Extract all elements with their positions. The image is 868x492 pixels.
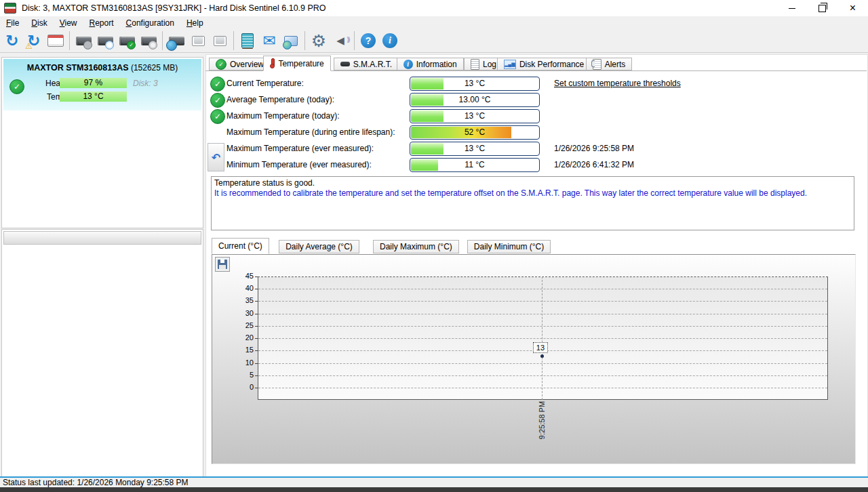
temperature-bar-value: 52 °C (410, 127, 539, 137)
toolbar-separator (354, 31, 355, 50)
tab-label: Temperature (278, 59, 323, 68)
menu-item-configuration[interactable]: Configuration (120, 17, 180, 29)
chart-gridline (258, 326, 827, 327)
undo-arrow-icon: ↶ (212, 151, 220, 164)
disk-acoustic-icon[interactable] (74, 31, 93, 50)
temperature-row-label: Average Temperature (today): (226, 95, 334, 104)
temperature-bar-value: 11 °C (410, 160, 539, 169)
close-button[interactable]: × (837, 0, 868, 16)
refresh-icon[interactable] (3, 31, 22, 50)
tab-temperature[interactable]: Temperature (263, 56, 330, 71)
y-axis-tick (255, 314, 258, 314)
menu-item-view[interactable]: View (54, 17, 83, 29)
chart-tab-current-c-[interactable]: Current (°C) (212, 238, 269, 254)
minimize-icon (789, 8, 795, 9)
chart-gridline (258, 338, 827, 339)
disk-connect-icon[interactable] (189, 31, 208, 50)
info-icon[interactable] (380, 31, 399, 50)
sound-icon[interactable] (331, 31, 350, 50)
disk-test-icon[interactable] (117, 31, 136, 50)
temperature-row: ✓Current Temperature:13 °CSet custom tem… (0, 77, 868, 91)
y-axis-tick (255, 363, 258, 364)
temperature-row-label: Minimum Temperature (ever measured): (226, 160, 372, 169)
settings-gear-icon[interactable] (309, 31, 328, 50)
disk-size: (152625 MB) (131, 63, 178, 73)
chart-gridline (258, 363, 827, 364)
tab-disk-performance[interactable]: ▂▄▆▃Disk Performance (497, 58, 591, 70)
alerts-doc-icon (593, 59, 601, 70)
save-chart-button[interactable] (215, 257, 230, 272)
report-icon[interactable] (46, 31, 65, 50)
menu-item-help[interactable]: Help (180, 17, 210, 29)
y-axis-tick (255, 326, 258, 327)
tab-label: Alerts (605, 60, 626, 69)
thermometer-icon (270, 58, 275, 68)
chart-data-point (540, 354, 544, 358)
y-axis-label: 40 (231, 284, 254, 292)
chart-tab-daily-minimum-c-[interactable]: Daily Minimum (°C) (467, 240, 551, 253)
hard-disk-sentinel-window: Disk: 3, MAXTOR STM3160813AS [9SY31JRK] … (0, 0, 868, 492)
y-axis-label: 15 (231, 346, 254, 354)
tab-information[interactable]: iInformation (397, 58, 464, 70)
log-doc-icon (471, 59, 479, 70)
ok-check-icon: ✓ (210, 93, 225, 108)
reset-ever-measured-button[interactable]: ↶ (208, 143, 224, 171)
help-icon[interactable] (359, 31, 378, 50)
y-axis-tick (255, 289, 258, 289)
temperature-row: Maximum Temperature (ever measured):13 °… (0, 142, 868, 157)
chart-gridline (258, 301, 827, 302)
y-axis-label: 30 (231, 309, 254, 317)
disk-surface-scan-icon[interactable] (139, 31, 158, 50)
sidebar-lower-header[interactable] (3, 231, 201, 245)
restore-icon (818, 5, 826, 12)
set-thresholds-link[interactable]: Set custom temperature thresholds (554, 79, 681, 88)
temperature-bar-value: 13.00 °C (410, 95, 539, 104)
menu-item-file[interactable]: File (0, 17, 25, 29)
toolbar-separator (233, 31, 234, 50)
temperature-row: ✓Average Temperature (today):13.00 °C (0, 93, 868, 108)
menu-item-disk[interactable]: Disk (25, 17, 53, 29)
temperature-bar-value: 13 °C (410, 111, 539, 121)
temperature-row: ✓Maximum Temperature (today):13 °C (0, 109, 868, 124)
y-axis-label: 20 (231, 333, 254, 342)
app-logo-icon (4, 3, 16, 14)
email-icon[interactable] (260, 31, 279, 50)
disk-card-title: MAXTOR STM3160813AS (152625 MB) (3, 63, 201, 73)
y-axis-tick (255, 350, 258, 351)
tab-label: Overview (230, 60, 264, 69)
tab-overview[interactable]: ✓Overview (209, 58, 271, 70)
network-status-icon[interactable] (281, 31, 300, 50)
toolbar (0, 29, 868, 53)
toolbar-separator (304, 31, 305, 50)
temperature-status-box: Temperature status is good. It is recomm… (211, 176, 854, 230)
tab-alerts[interactable]: Alerts (586, 58, 633, 70)
y-axis-label: 5 (231, 371, 254, 379)
save-floppy-icon (218, 260, 227, 269)
minimize-button[interactable] (776, 0, 807, 16)
tab-s-m-a-r-t-[interactable]: S.M.A.R.T. (334, 58, 399, 70)
temperature-bar: 13 °C (410, 77, 540, 91)
notes-icon[interactable] (238, 31, 257, 50)
chart-point-label: 13 (533, 342, 548, 353)
chart-tab-daily-average-c-[interactable]: Daily Average (°C) (279, 240, 359, 253)
y-axis-label: 0 (231, 383, 254, 391)
temperature-status-text: Temperature status is good. (214, 178, 851, 188)
ok-check-icon: ✓ (210, 77, 225, 91)
info-circle-icon: i (403, 60, 413, 69)
y-axis-tick (255, 375, 258, 376)
disk-clock-icon[interactable] (96, 31, 115, 50)
temperature-row: Maximum Temperature (during entire lifes… (0, 125, 868, 140)
restore-button[interactable] (807, 0, 837, 16)
chart-tab-daily-maximum-c-[interactable]: Daily Maximum (°C) (373, 240, 459, 253)
disk-eject-icon[interactable] (210, 31, 229, 50)
tab-label: S.M.A.R.T. (353, 60, 392, 69)
y-axis-tick (255, 388, 258, 388)
menu-item-report[interactable]: Report (83, 17, 120, 29)
toolbar-separator (162, 31, 163, 50)
status-bar: Status last updated: 1/26/2026 Monday 9:… (0, 476, 868, 487)
temperature-bar: 13 °C (410, 142, 540, 156)
refresh-warning-icon[interactable] (24, 31, 43, 50)
x-axis-label: 9:25:58 PM (538, 393, 546, 447)
network-disk-icon[interactable] (167, 31, 186, 50)
temperature-row-label: Maximum Temperature (during entire lifes… (226, 127, 395, 137)
